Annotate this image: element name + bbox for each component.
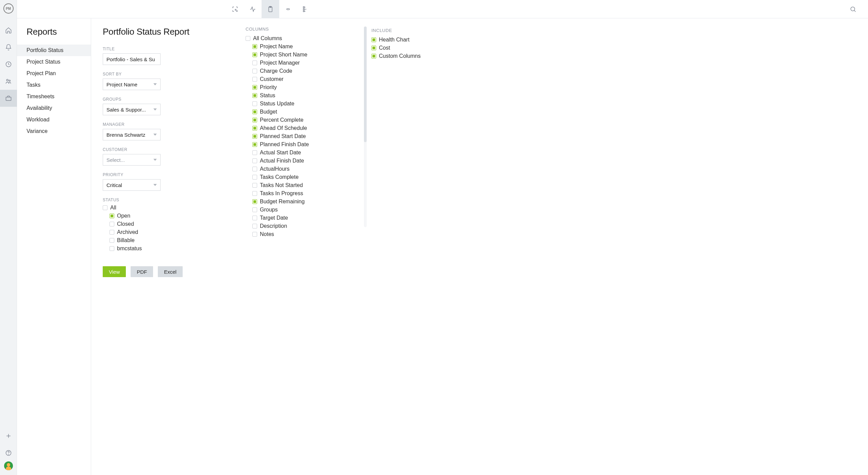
column-item-budget[interactable]: Budget: [252, 108, 365, 115]
checkbox[interactable]: [252, 224, 257, 228]
checkbox[interactable]: [252, 85, 257, 90]
plus-icon[interactable]: [0, 427, 17, 444]
briefcase-icon[interactable]: [0, 90, 17, 107]
clock-icon[interactable]: [0, 56, 17, 73]
column-item-actual-start-date[interactable]: Actual Start Date: [252, 149, 365, 156]
checkbox[interactable]: [110, 246, 114, 251]
sidebar-item-project-status[interactable]: Project Status: [17, 56, 91, 68]
checkbox[interactable]: [246, 36, 250, 41]
checkbox[interactable]: [252, 69, 257, 73]
checkbox[interactable]: [252, 191, 257, 196]
column-item-tasks-complete[interactable]: Tasks Complete: [252, 174, 365, 181]
avatar[interactable]: [4, 461, 13, 470]
checkbox[interactable]: [252, 232, 257, 237]
status-item-archived[interactable]: Archived: [110, 229, 239, 236]
checkbox[interactable]: [371, 46, 376, 50]
view-button[interactable]: View: [103, 266, 126, 277]
include-item-cost[interactable]: Cost: [371, 45, 460, 51]
column-item-tasks-in-progress[interactable]: Tasks In Progress: [252, 190, 365, 197]
customer-select[interactable]: Select...: [103, 154, 161, 166]
checkbox[interactable]: [252, 101, 257, 106]
column-item-notes[interactable]: Notes: [252, 231, 365, 238]
checkbox[interactable]: [252, 109, 257, 114]
checkbox[interactable]: [110, 222, 114, 226]
column-item-target-date[interactable]: Target Date: [252, 215, 365, 221]
sidebar-item-portfolio-status[interactable]: Portfolio Status: [17, 45, 91, 56]
help-icon[interactable]: [0, 444, 17, 461]
column-item-project-name[interactable]: Project Name: [252, 43, 365, 50]
status-item-bmcstatus[interactable]: bmcstatus: [110, 245, 239, 252]
sidebar-item-project-plan[interactable]: Project Plan: [17, 68, 91, 79]
checkbox[interactable]: [252, 150, 257, 155]
column-item-percent-complete[interactable]: Percent Complete: [252, 117, 365, 123]
excel-button[interactable]: Excel: [158, 266, 183, 277]
checkbox[interactable]: [252, 77, 257, 82]
column-item-customer[interactable]: Customer: [252, 76, 365, 83]
checkbox[interactable]: [110, 238, 114, 243]
sidebar-item-tasks[interactable]: Tasks: [17, 79, 91, 91]
column-item-planned-start-date[interactable]: Planned Start Date: [252, 133, 365, 140]
column-item-description[interactable]: Description: [252, 223, 365, 230]
column-item-priority[interactable]: Priority: [252, 84, 365, 91]
column-item-actual-finish-date[interactable]: Actual Finish Date: [252, 157, 365, 164]
checkbox[interactable]: [252, 207, 257, 212]
checkbox[interactable]: [110, 230, 114, 235]
pdf-button[interactable]: PDF: [131, 266, 153, 277]
checkbox[interactable]: [252, 134, 257, 139]
title-input[interactable]: [103, 53, 161, 65]
column-item-ahead-of-schedule[interactable]: Ahead Of Schedule: [252, 125, 365, 132]
status-item-open[interactable]: Open: [110, 213, 239, 219]
checkbox[interactable]: [252, 52, 257, 57]
checkbox[interactable]: [103, 205, 107, 210]
clipboard-icon[interactable]: [262, 0, 279, 18]
sidebar-item-variance[interactable]: Variance: [17, 125, 91, 137]
checkbox[interactable]: [252, 126, 257, 131]
home-icon[interactable]: [0, 22, 17, 39]
checkbox[interactable]: [252, 167, 257, 171]
checkbox[interactable]: [252, 199, 257, 204]
column-item-status-update[interactable]: Status Update: [252, 100, 365, 107]
manager-select[interactable]: Brenna Schwartz: [103, 129, 161, 140]
column-item-charge-code[interactable]: Charge Code: [252, 68, 365, 74]
columns-scrollbar[interactable]: [364, 27, 367, 227]
flow-icon[interactable]: [297, 0, 315, 18]
column-item-actualhours[interactable]: ActualHours: [252, 166, 365, 172]
checkbox[interactable]: [252, 175, 257, 180]
groups-select[interactable]: Sales & Suppor...: [103, 104, 161, 115]
column-item-all-columns[interactable]: All Columns: [246, 35, 365, 42]
status-item-all[interactable]: All: [103, 204, 239, 211]
checkbox[interactable]: [252, 142, 257, 147]
column-item-project-short-name[interactable]: Project Short Name: [252, 51, 365, 58]
link-icon[interactable]: [279, 0, 297, 18]
checkbox[interactable]: [371, 54, 376, 58]
search-icon[interactable]: [844, 0, 862, 18]
checkbox[interactable]: [110, 214, 114, 218]
include-item-custom-columns[interactable]: Custom Columns: [371, 53, 460, 60]
status-item-billable[interactable]: Billable: [110, 237, 239, 244]
scan-icon[interactable]: [226, 0, 244, 18]
checkbox[interactable]: [252, 61, 257, 65]
column-item-budget-remaining[interactable]: Budget Remaining: [252, 198, 365, 205]
column-item-project-manager[interactable]: Project Manager: [252, 60, 365, 66]
activity-icon[interactable]: [244, 0, 262, 18]
checkbox[interactable]: [371, 37, 376, 42]
checkbox[interactable]: [252, 183, 257, 188]
checkbox[interactable]: [252, 216, 257, 220]
column-item-groups[interactable]: Groups: [252, 206, 365, 213]
priority-select[interactable]: Critical: [103, 179, 161, 191]
checkbox[interactable]: [252, 158, 257, 163]
checkbox[interactable]: [252, 93, 257, 98]
people-icon[interactable]: [0, 73, 17, 90]
checkbox[interactable]: [252, 44, 257, 49]
sidebar-item-workload[interactable]: Workload: [17, 114, 91, 125]
column-item-planned-finish-date[interactable]: Planned Finish Date: [252, 141, 365, 148]
sidebar-item-availability[interactable]: Availability: [17, 102, 91, 114]
include-item-health-chart[interactable]: Health Chart: [371, 36, 460, 43]
checkbox[interactable]: [252, 118, 257, 122]
status-item-closed[interactable]: Closed: [110, 221, 239, 227]
bell-icon[interactable]: [0, 39, 17, 56]
sidebar-item-timesheets[interactable]: Timesheets: [17, 91, 91, 102]
sortby-select[interactable]: Project Name: [103, 79, 161, 90]
column-item-tasks-not-started[interactable]: Tasks Not Started: [252, 182, 365, 189]
column-item-status[interactable]: Status: [252, 92, 365, 99]
